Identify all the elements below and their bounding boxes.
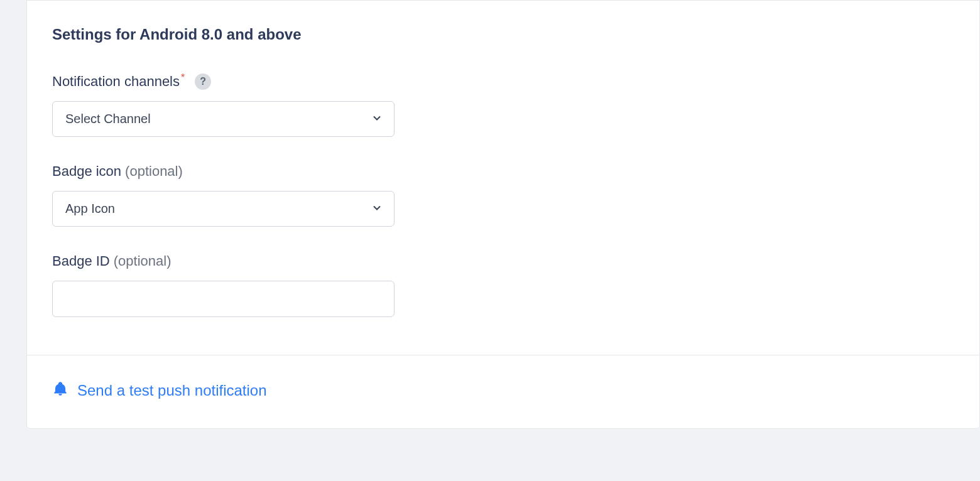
- panel-footer: Send a test push notification: [27, 355, 979, 428]
- notification-channels-label: Notification channels * ?: [52, 73, 954, 90]
- badge-icon-select[interactable]: App Icon: [52, 191, 395, 227]
- notification-channels-select-wrap: Select Channel: [52, 101, 395, 137]
- optional-text: (optional): [114, 253, 172, 269]
- badge-id-input[interactable]: [52, 281, 395, 317]
- field-notification-channels: Notification channels * ? Select Channel: [52, 73, 954, 137]
- required-indicator: *: [181, 72, 185, 84]
- badge-id-label: Badge ID (optional): [52, 253, 954, 269]
- bell-icon: [52, 381, 68, 401]
- select-value: Select Channel: [65, 112, 151, 126]
- settings-content: Settings for Android 8.0 and above Notif…: [27, 1, 979, 355]
- badge-icon-select-wrap: App Icon: [52, 191, 395, 227]
- label-text: Notification channels: [52, 73, 180, 90]
- notification-channels-select[interactable]: Select Channel: [52, 101, 395, 137]
- badge-icon-label: Badge icon (optional): [52, 163, 954, 180]
- test-link-text: Send a test push notification: [77, 382, 267, 399]
- field-badge-id: Badge ID (optional): [52, 253, 954, 317]
- settings-panel: Settings for Android 8.0 and above Notif…: [26, 0, 980, 429]
- label-text: Badge ID: [52, 253, 110, 269]
- label-text: Badge icon: [52, 163, 121, 180]
- optional-text: (optional): [125, 163, 183, 180]
- select-value: App Icon: [65, 202, 115, 216]
- send-test-push-link[interactable]: Send a test push notification: [52, 381, 267, 401]
- section-title: Settings for Android 8.0 and above: [52, 26, 954, 43]
- help-icon[interactable]: ?: [195, 73, 211, 90]
- field-badge-icon: Badge icon (optional) App Icon: [52, 163, 954, 227]
